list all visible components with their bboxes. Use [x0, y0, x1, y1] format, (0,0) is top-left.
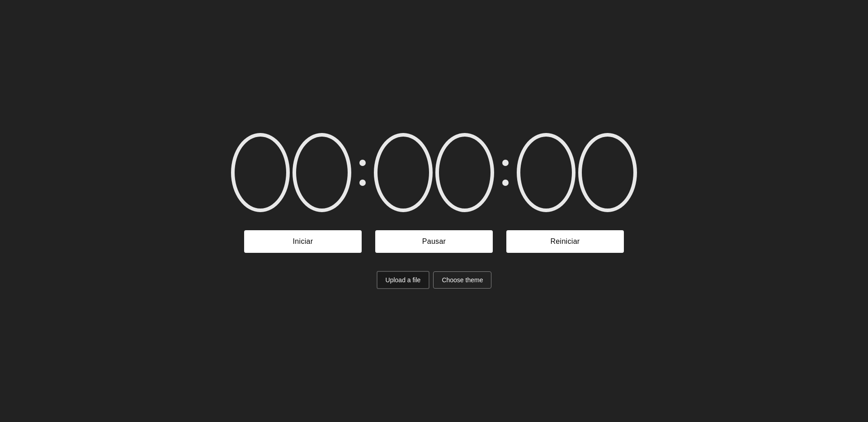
hours-digits: [231, 133, 351, 212]
seconds-digits: [517, 133, 637, 212]
main-container: Iniciar Pausar Reiniciar Upload a file C…: [231, 133, 637, 289]
hours-tens-digit: [231, 133, 290, 212]
pause-button[interactable]: Pausar: [375, 230, 493, 253]
minutes-tens-digit: [374, 133, 433, 212]
choose-theme-button[interactable]: Choose theme: [433, 271, 491, 289]
secondary-buttons-row: Upload a file Choose theme: [377, 271, 492, 289]
reset-button[interactable]: Reiniciar: [506, 230, 624, 253]
minutes-ones-digit: [435, 133, 494, 212]
control-buttons-row: Iniciar Pausar Reiniciar: [244, 230, 624, 253]
upload-file-button[interactable]: Upload a file: [377, 271, 430, 289]
minutes-digits: [374, 133, 494, 212]
colon-dot-top-2: [502, 160, 509, 166]
colon-separator-1: [351, 160, 374, 186]
colon-separator-2: [494, 160, 517, 186]
clock-display: [231, 133, 637, 212]
colon-dot-top-1: [359, 160, 366, 166]
seconds-tens-digit: [517, 133, 576, 212]
seconds-ones-digit: [578, 133, 637, 212]
colon-dot-bottom-1: [359, 180, 366, 186]
start-button[interactable]: Iniciar: [244, 230, 362, 253]
colon-dot-bottom-2: [502, 180, 509, 186]
hours-ones-digit: [292, 133, 351, 212]
